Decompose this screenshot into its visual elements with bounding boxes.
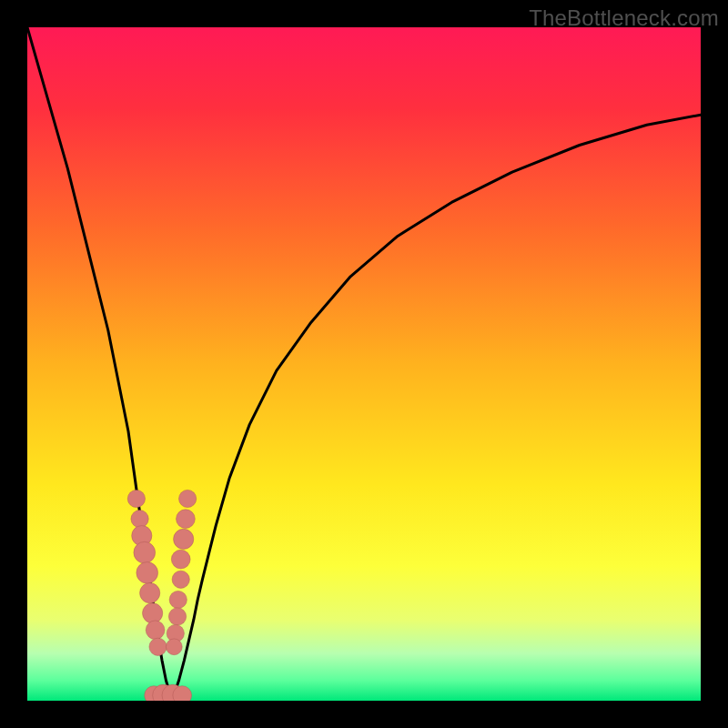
data-marker: [179, 490, 197, 507]
data-marker: [146, 621, 165, 640]
data-marker: [171, 550, 190, 569]
data-marker: [136, 562, 158, 584]
data-marker: [140, 583, 160, 603]
gradient-background: [27, 27, 701, 701]
plot-area: [27, 27, 701, 701]
data-marker: [172, 571, 189, 588]
outer-frame: TheBottleneck.com: [0, 0, 728, 728]
data-marker: [134, 541, 156, 563]
data-marker: [143, 603, 163, 623]
data-marker: [166, 639, 182, 655]
data-marker: [131, 511, 148, 528]
bottleneck-chart: [27, 27, 701, 701]
data-marker: [149, 638, 167, 655]
watermark-text: TheBottleneck.com: [529, 5, 719, 31]
data-marker: [174, 529, 194, 549]
data-marker: [169, 591, 187, 608]
data-marker: [168, 608, 186, 625]
data-marker: [127, 490, 145, 507]
data-marker: [177, 510, 196, 529]
